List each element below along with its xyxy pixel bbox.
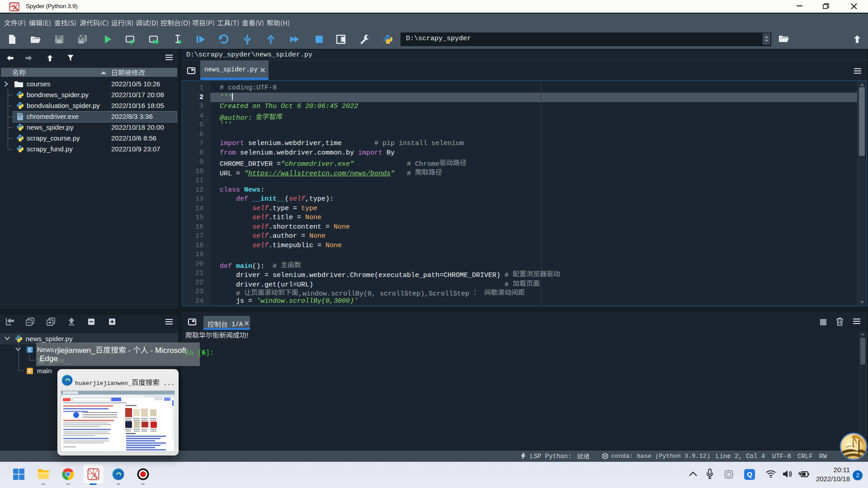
svg-text:F: F — [28, 368, 32, 374]
svg-text:01: 01 — [19, 114, 22, 117]
svg-text:C: C — [28, 347, 32, 352]
